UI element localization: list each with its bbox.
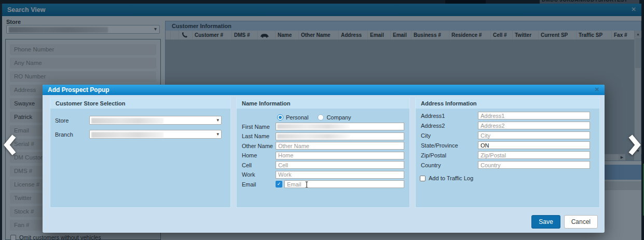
field-label: Address2 <box>421 123 478 129</box>
store-branch-dropdown[interactable]: ▾ <box>89 116 222 125</box>
field-wrap: ✓ <box>276 132 404 140</box>
input-text: Other Name <box>278 143 309 149</box>
name-form-row: First Name ✓ <box>242 123 404 130</box>
input-text: Zip/Postal <box>481 152 506 158</box>
input-text: Cell <box>278 162 288 168</box>
redacted-dropdown-value <box>91 118 163 124</box>
field-label: State/Province <box>421 142 478 149</box>
input-text: Home <box>278 152 293 158</box>
name-form-row: Email ✓ Email <box>242 180 404 188</box>
field-wrap: ✓ Cell <box>276 161 404 169</box>
name-form-row: Work ✓ Work <box>242 171 404 179</box>
address-information-title: Address Information <box>416 98 599 109</box>
store-branch-dropdown[interactable]: ▾ <box>89 130 222 139</box>
customer-store-selection-title: Customer Store Selection <box>50 98 230 109</box>
input-text: Email <box>287 181 302 188</box>
input-text: Country <box>481 162 501 168</box>
traffic-log-checkbox[interactable] <box>420 176 426 181</box>
email-checkbox-checked[interactable]: ✓ <box>276 181 282 188</box>
store-selection-row: Branch ▾ <box>55 130 222 139</box>
next-chevron-icon[interactable] <box>627 134 641 156</box>
store-selection-rows: Store ▾ Branch ▾ <box>50 116 230 139</box>
address-form-row: State/Province ON <box>421 141 590 149</box>
text-input[interactable]: Country <box>478 161 590 169</box>
name-form-row: Cell ✓ Cell <box>242 161 404 169</box>
field-wrap: ✓ <box>276 123 404 130</box>
address-form-row: Address2 Address2 <box>421 122 590 129</box>
address-form-rows: Address1 Address1 Address2 Address2 <box>416 112 599 169</box>
dropdown-label: Branch <box>55 131 89 138</box>
radio-unselected-icon[interactable] <box>318 114 324 121</box>
name-form-row: Home ✓ Home <box>242 152 404 159</box>
add-to-traffic-log-row: Add to Traffic Log <box>420 175 599 181</box>
field-wrap: City <box>478 131 590 139</box>
text-input[interactable] <box>276 123 404 130</box>
field-label: City <box>421 132 478 139</box>
name-form-row: Last Name ✓ <box>242 132 404 140</box>
customer-store-selection-section: Customer Store Selection Store ▾ Branch … <box>50 98 231 208</box>
add-prospect-modal: Add Prospect Popup ✕ Customer Store Sele… <box>43 85 605 233</box>
chevron-down-icon: ▾ <box>216 117 219 123</box>
field-label: Address1 <box>421 113 478 119</box>
text-input[interactable]: Other Name <box>276 142 404 150</box>
input-text: City <box>481 132 490 139</box>
name-form-row: Other Name ✓ Other Name <box>242 142 404 150</box>
field-wrap: ✓ Other Name <box>276 142 404 150</box>
modal-close-button[interactable]: ✕ <box>595 86 599 93</box>
field-wrap: ✓ Home <box>276 152 404 159</box>
cancel-button[interactable]: Cancel <box>564 215 598 229</box>
text-input[interactable]: Address1 <box>478 112 590 119</box>
modal-title: Add Prospect Popup <box>43 86 109 94</box>
field-label: Home <box>242 152 276 158</box>
field-label: First Name <box>242 124 276 130</box>
address-information-section: Address Information Address1 Address1 Ad… <box>415 98 600 208</box>
address-form-row: City City <box>421 131 590 139</box>
input-text: Address2 <box>481 123 504 129</box>
redacted-input-value <box>277 134 350 139</box>
field-label: Email <box>242 181 276 188</box>
screen: DMDC JORDANRODYSHORTEST Search View ✕ St… <box>0 0 644 240</box>
name-information-section: Name Information Personal Company First … <box>236 98 410 208</box>
company-radio-label: Company <box>326 114 351 121</box>
field-label: Country <box>421 162 478 168</box>
field-wrap: Country <box>478 161 590 169</box>
previous-chevron-icon[interactable] <box>3 134 18 156</box>
text-input[interactable]: Email <box>284 180 404 188</box>
check-icon: ✓ <box>277 181 281 186</box>
text-input[interactable]: Work <box>276 171 404 179</box>
text-input[interactable]: Address2 <box>478 122 590 129</box>
modal-header: Add Prospect Popup ✕ <box>43 85 605 95</box>
traffic-log-label: Add to Traffic Log <box>429 175 473 181</box>
text-input[interactable]: Zip/Postal <box>478 151 590 159</box>
text-input[interactable]: ON <box>478 141 590 149</box>
field-label: Other Name <box>242 143 276 149</box>
field-label: Last Name <box>242 133 276 139</box>
name-form-rows: First Name ✓ Last Name ✓ <box>237 123 409 188</box>
field-wrap: Address2 <box>478 122 590 129</box>
text-input[interactable] <box>276 132 404 140</box>
radio-selected-icon[interactable] <box>277 114 283 121</box>
field-wrap: ✓ Work <box>276 171 404 179</box>
text-input[interactable]: City <box>478 131 590 139</box>
company-radio-option[interactable]: Company <box>318 114 351 121</box>
text-input[interactable]: Home <box>276 152 404 159</box>
field-wrap: Zip/Postal <box>478 151 590 159</box>
redacted-input-value <box>277 124 350 129</box>
input-text: Address1 <box>481 113 504 119</box>
field-wrap: ON <box>478 141 590 149</box>
name-information-title: Name Information <box>237 98 409 109</box>
field-label: Zip/Postal <box>421 152 478 158</box>
field-label: Work <box>242 171 276 178</box>
text-cursor-ibeam-icon <box>305 181 309 188</box>
dropdown-label: Store <box>55 117 89 124</box>
modal-footer: Save Cancel <box>531 215 598 229</box>
chevron-down-icon: ▾ <box>216 131 219 137</box>
field-label: Cell <box>242 162 276 168</box>
person-type-radio-row: Personal Company <box>277 114 409 121</box>
save-button[interactable]: Save <box>531 215 560 229</box>
personal-radio-option[interactable]: Personal <box>277 114 308 121</box>
address-form-row: Country Country <box>421 161 590 169</box>
text-input[interactable]: Cell <box>276 161 404 169</box>
address-form-row: Zip/Postal Zip/Postal <box>421 151 590 159</box>
personal-radio-label: Personal <box>286 114 308 121</box>
